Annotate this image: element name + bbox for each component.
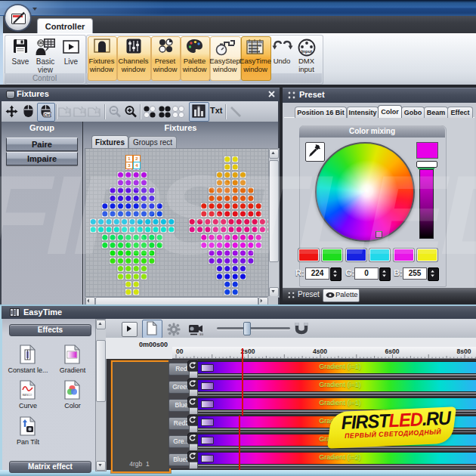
svg-text:BANCO: BANCO [23,394,32,397]
svg-text:Input: Input [301,49,312,54]
svg-text:4s00: 4s00 [313,348,327,355]
svg-text:3Gb: 3Gb [199,332,203,336]
svg-text:00: 00 [176,348,184,355]
svg-text:6s00: 6s00 [385,348,400,355]
svg-text:Ctrl: Ctrl [44,113,51,117]
svg-text:8s00: 8s00 [457,348,471,355]
